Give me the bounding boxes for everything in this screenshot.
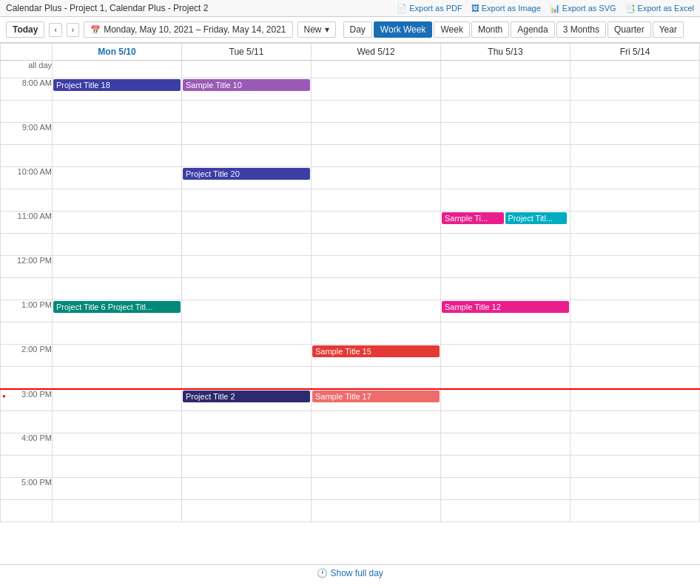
cell-thu-1530 [441, 411, 571, 433]
all-day-mon [53, 61, 182, 78]
cell-mon-1130 [53, 234, 182, 256]
cell-thu-1700 [441, 478, 571, 500]
view-buttons: Day Work Week Week Month Agenda 3 Months… [343, 21, 684, 38]
view-agenda[interactable]: Agenda [511, 21, 554, 38]
cell-fri-1230 [571, 278, 700, 300]
toolbar: Today ‹ › 📅 Monday, May 10, 2021 – Frida… [0, 17, 700, 43]
cell-wed-1600 [312, 433, 441, 456]
time-row-1700: 5:00 PM [1, 478, 700, 500]
cell-tue-1630 [182, 456, 312, 478]
cell-thu-1230 [441, 278, 571, 300]
time-1200: 12:00 PM [1, 256, 53, 278]
all-day-fri [571, 61, 700, 78]
cell-thu-1400 [441, 345, 571, 367]
cell-mon-1100 [53, 212, 182, 234]
time-row-800: 8:00 AM Project Title 18 Sample Title 10 [1, 78, 700, 101]
event-project-titl[interactable]: Project Titl... [505, 212, 568, 224]
cell-tue-900 [182, 123, 312, 145]
image-icon: 🖼 [471, 4, 479, 13]
cell-fri-900 [571, 123, 700, 145]
time-row-830 [1, 101, 700, 123]
all-day-wed [312, 61, 441, 78]
new-button[interactable]: New ▾ [297, 21, 336, 38]
cell-tue-1030 [182, 189, 312, 212]
cell-mon-1000 [53, 167, 182, 189]
event-sample-title-15[interactable]: Sample Title 15 [312, 345, 440, 357]
show-full-day-bar[interactable]: 🕐 Show full day [0, 564, 700, 581]
cell-fri-1530 [571, 411, 700, 433]
view-3months[interactable]: 3 Months [556, 21, 606, 38]
event-project-title-6[interactable]: Project Title 6 Project Titl... [53, 301, 181, 313]
cell-wed-1500: Sample Title 17 [312, 389, 441, 411]
view-quarter[interactable]: Quarter [608, 21, 651, 38]
cell-wed-1000 [312, 167, 441, 189]
view-year[interactable]: Year [653, 21, 684, 38]
cell-wed-830 [312, 101, 441, 123]
cell-mon-1530 [53, 411, 182, 433]
prev-button[interactable]: ‹ [49, 23, 61, 37]
cell-wed-1300 [312, 300, 441, 322]
cell-mon-930 [53, 145, 182, 167]
cell-wed-1200 [312, 256, 441, 278]
cell-tue-930 [182, 145, 312, 167]
cell-wed-1700 [312, 478, 441, 500]
header-mon: Mon 5/10 [53, 44, 182, 61]
cell-fri-1130 [571, 234, 700, 256]
export-svg-link[interactable]: 📊 Export as SVG [550, 4, 616, 13]
time-row-1400: 2:00 PM Sample Title 15 [1, 345, 700, 367]
cell-wed-1330 [312, 322, 441, 345]
time-row-1300: 1:00 PM Project Title 6 Project Titl... … [1, 300, 700, 322]
time-930 [1, 145, 53, 167]
time-1500: ● 3:00 PM [1, 389, 53, 411]
calendar-container: Mon 5/10 Tue 5/11 Wed 5/12 Thu 5/13 Fri … [0, 43, 700, 564]
cell-tue-1230 [182, 278, 312, 300]
cell-fri-1700 [571, 478, 700, 500]
next-button[interactable]: › [67, 23, 79, 37]
event-project-title-2[interactable]: Project Title 2 [183, 391, 310, 402]
cell-thu-1430 [441, 367, 571, 389]
calendar-table: Mon 5/10 Tue 5/11 Wed 5/12 Thu 5/13 Fri … [0, 43, 700, 522]
cell-fri-1630 [571, 456, 700, 478]
view-work-week[interactable]: Work Week [374, 21, 433, 38]
time-row-1230 [1, 278, 700, 300]
time-1430 [1, 367, 53, 389]
cell-tue-1300 [182, 300, 312, 322]
event-sample-title-12[interactable]: Sample Title 12 [442, 301, 569, 313]
cell-thu-1630 [441, 456, 571, 478]
cell-wed-1530 [312, 411, 441, 433]
view-month[interactable]: Month [471, 21, 509, 38]
cell-thu-1600 [441, 433, 571, 456]
cell-thu-1730 [441, 500, 571, 522]
export-image-link[interactable]: 🖼 Export as Image [471, 4, 541, 13]
event-sample-title-10[interactable]: Sample Title 10 [183, 79, 310, 91]
event-sample-title-17[interactable]: Sample Title 17 [312, 391, 440, 402]
cell-tue-1530 [182, 411, 312, 433]
cell-tue-1330 [182, 322, 312, 345]
time-900: 9:00 AM [1, 123, 53, 145]
cell-mon-1330 [53, 322, 182, 345]
view-week[interactable]: Week [434, 21, 469, 38]
cell-fri-1730 [571, 500, 700, 522]
cell-mon-1300: Project Title 6 Project Titl... [53, 300, 182, 322]
export-pdf-link[interactable]: 📄 Export as PDF [397, 4, 462, 13]
time-row-1100: 11:00 AM Sample Ti...Project Titl... [1, 212, 700, 234]
time-1530 [1, 411, 53, 433]
time-row-1130 [1, 234, 700, 256]
time-800: 8:00 AM [1, 78, 53, 101]
event-project-title-20[interactable]: Project Title 20 [183, 168, 310, 180]
cell-tue-1730 [182, 500, 312, 522]
cell-wed-1100 [312, 212, 441, 234]
event-sample-ti[interactable]: Sample Ti... [442, 212, 504, 224]
header-wed: Wed 5/12 [312, 44, 441, 61]
cell-mon-1600 [53, 433, 182, 456]
time-row-1200: 12:00 PM [1, 256, 700, 278]
cell-fri-1000 [571, 167, 700, 189]
cell-fri-1600 [571, 433, 700, 456]
view-day[interactable]: Day [343, 21, 372, 38]
event-project-title-18[interactable]: Project Title 18 [53, 79, 181, 91]
time-1100: 11:00 AM [1, 212, 53, 234]
export-excel-link[interactable]: 📑 Export as Excel [625, 4, 694, 13]
today-button[interactable]: Today [6, 21, 44, 38]
time-row-1500: ● 3:00 PM Project Title 2 Sample Title 1… [1, 389, 700, 411]
all-day-row: all day [1, 61, 700, 78]
